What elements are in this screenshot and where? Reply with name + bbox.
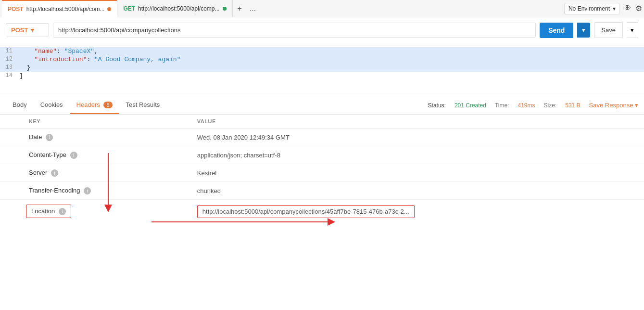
tab-cookies[interactable]: Cookies xyxy=(34,96,70,114)
key-content-type: Content-Type i xyxy=(0,146,191,164)
status-bar: Status: 201 Created Time: 419ms Size: 53… xyxy=(428,102,638,109)
env-bar: No Environment ▾ 👁 ⚙ xyxy=(564,3,642,14)
send-button[interactable]: Send xyxy=(540,23,573,38)
tab-get-url: http://localhost:5000/api/comp... xyxy=(138,5,219,12)
table-row: Content-Type i application/json; charset… xyxy=(0,146,644,164)
method-select[interactable]: POST ▾ xyxy=(6,23,49,37)
info-icon-content-type[interactable]: i xyxy=(70,152,77,159)
tab-get-dot xyxy=(223,7,227,11)
tab-body-label: Body xyxy=(13,101,27,108)
env-label: No Environment xyxy=(568,5,610,12)
url-input[interactable] xyxy=(53,23,536,38)
send-dropdown-button[interactable]: ▾ xyxy=(577,23,590,38)
table-row-location: Location i http://localhost:5000/api/com… xyxy=(0,200,644,223)
line-num-14: 14 xyxy=(0,72,19,79)
headers-table: KEY VALUE Date i Wed, 08 Jan 2020 12:49:… xyxy=(0,115,644,223)
save-response-label: Save Response xyxy=(589,102,633,109)
save-button[interactable]: Save xyxy=(594,22,623,38)
info-icon-server[interactable]: i xyxy=(51,169,58,177)
tab-post[interactable]: POST http://localhost:5000/api/com... xyxy=(2,0,117,17)
table-row: Server i Kestrel xyxy=(0,164,644,182)
val-content-type: application/json; charset=utf-8 xyxy=(191,146,644,164)
code-content-12: "introduction": "A Good Company, again" xyxy=(19,56,180,63)
status-value: 201 Created xyxy=(455,102,486,109)
time-value: 419ms xyxy=(518,102,535,109)
line-num-11: 11 xyxy=(0,48,19,54)
env-select[interactable]: No Environment ▾ xyxy=(564,3,620,14)
more-tabs-button[interactable]: ... xyxy=(248,2,258,15)
time-label: Time: xyxy=(495,102,509,109)
info-icon-date[interactable]: i xyxy=(46,134,53,141)
tab-test-results-label: Test Results xyxy=(126,101,160,108)
gear-icon[interactable]: ⚙ xyxy=(635,4,642,13)
method-label: POST xyxy=(11,26,28,34)
status-label: Status: xyxy=(428,102,446,109)
headers-table-wrapper: KEY VALUE Date i Wed, 08 Jan 2020 12:49:… xyxy=(0,115,644,223)
code-line-11: 11 "name": "SpaceX", xyxy=(0,47,644,55)
code-line-14: 14 ] xyxy=(0,72,644,80)
tab-post-url: http://localhost:5000/api/com... xyxy=(26,6,105,13)
headers-count-badge: 5 xyxy=(103,102,112,108)
save-response-button[interactable]: Save Response ▾ xyxy=(589,102,638,109)
tab-body[interactable]: Body xyxy=(6,96,34,114)
key-location: Location i xyxy=(0,200,191,223)
size-label: Size: xyxy=(544,102,557,109)
tab-actions: + ... xyxy=(236,2,258,15)
table-row: Date i Wed, 08 Jan 2020 12:49:34 GMT xyxy=(0,129,644,146)
tab-headers-label: Headers xyxy=(76,101,100,108)
code-line-13: 13 } xyxy=(0,64,644,72)
key-transfer-encoding: Transfer-Encoding i xyxy=(0,182,191,200)
eye-icon[interactable]: 👁 xyxy=(624,4,631,13)
tabs-bar: POST http://localhost:5000/api/com... GE… xyxy=(0,0,644,17)
info-icon-location[interactable]: i xyxy=(59,208,66,215)
code-content-14: ] xyxy=(19,72,23,79)
tab-post-method: POST xyxy=(8,6,24,13)
line-num-13: 13 xyxy=(0,64,19,71)
code-content-11: "name": "SpaceX", xyxy=(19,48,98,55)
line-num-12: 12 xyxy=(0,56,19,63)
col-value-header: VALUE xyxy=(191,115,644,129)
key-server: Server i xyxy=(0,164,191,182)
tab-headers[interactable]: Headers 5 xyxy=(70,96,119,114)
tab-cookies-label: Cookies xyxy=(40,101,63,108)
table-row: Transfer-Encoding i chunked xyxy=(0,182,644,200)
val-transfer-encoding: chunked xyxy=(191,182,644,200)
info-icon-transfer-encoding[interactable]: i xyxy=(84,187,91,194)
save-dropdown-button[interactable]: ▾ xyxy=(627,22,638,38)
val-server: Kestrel xyxy=(191,164,644,182)
code-content-13: } xyxy=(19,64,30,71)
size-value: 531 B xyxy=(565,102,580,109)
response-tabs: Body Cookies Headers 5 Test Results Stat… xyxy=(0,96,644,115)
val-date: Wed, 08 Jan 2020 12:49:34 GMT xyxy=(191,129,644,146)
col-key-header: KEY xyxy=(0,115,191,129)
save-response-chevron-icon: ▾ xyxy=(635,102,638,109)
tab-get-method: GET xyxy=(123,5,135,12)
chevron-down-icon: ▾ xyxy=(613,5,616,12)
val-location: http://localhost:5000/api/companycollect… xyxy=(191,200,644,223)
tab-post-dot xyxy=(107,7,111,11)
code-line-12: 12 "introduction": "A Good Company, agai… xyxy=(0,55,644,64)
code-editor: 11 "name": "SpaceX", 12 "introduction": … xyxy=(0,43,644,96)
add-tab-button[interactable]: + xyxy=(236,2,244,15)
method-chevron-icon: ▾ xyxy=(31,26,34,34)
env-icons: 👁 ⚙ xyxy=(624,4,642,13)
tab-get[interactable]: GET http://localhost:5000/api/comp... xyxy=(117,0,232,17)
key-date: Date i xyxy=(0,129,191,146)
url-bar: POST ▾ Send ▾ Save ▾ xyxy=(0,17,644,43)
tab-test-results[interactable]: Test Results xyxy=(119,96,167,114)
